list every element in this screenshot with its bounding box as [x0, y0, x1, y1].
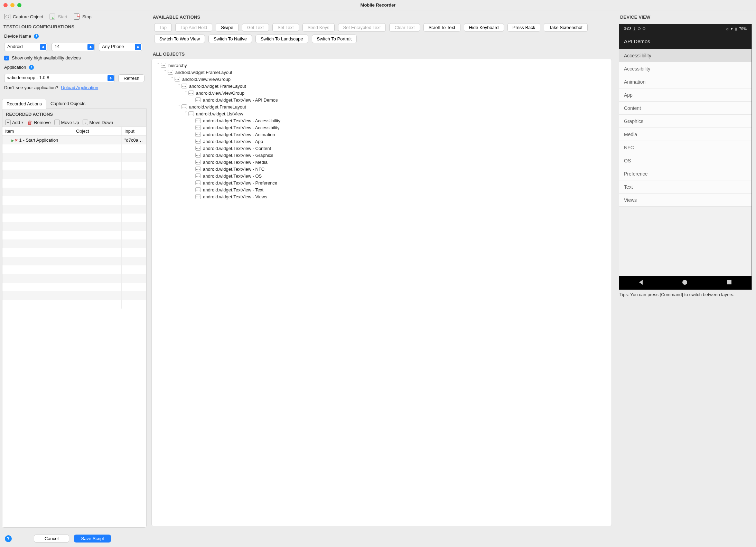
tree-node[interactable]: android.widget.TextView - Media: [154, 159, 609, 166]
chevron-down-icon[interactable]: [184, 111, 188, 116]
device-list-item[interactable]: Graphics: [619, 115, 752, 128]
save-script-button[interactable]: Save Script: [74, 535, 111, 543]
tree-node[interactable]: android.widget.TextView - Views: [154, 193, 609, 200]
move-up-button[interactable]: ↑ Move Up: [54, 120, 79, 125]
nav-home-icon[interactable]: [682, 280, 687, 286]
device-list-item[interactable]: Preference: [619, 167, 752, 180]
table-row[interactable]: [2, 231, 146, 239]
device-list-item[interactable]: Access'ibility: [619, 49, 752, 62]
device-list-item[interactable]: App: [619, 88, 752, 102]
tab-captured-objects[interactable]: Captured Objects: [46, 99, 90, 109]
device-screen[interactable]: 3:03 ᛣ i ⌀ ▾ ▯ 79% API Demos Access'ibil…: [619, 24, 752, 290]
table-row[interactable]: [2, 153, 146, 162]
version-select[interactable]: 14: [52, 43, 95, 51]
tree-node[interactable]: android.view.ViewGroup: [154, 89, 609, 96]
table-row[interactable]: [2, 257, 146, 265]
tree-node[interactable]: android.widget.TextView - Text: [154, 186, 609, 193]
tree-node[interactable]: android.view.ViewGroup: [154, 76, 609, 83]
tree-node[interactable]: android.widget.TextView - OS: [154, 172, 609, 179]
info-icon[interactable]: i: [29, 65, 34, 70]
cancel-button[interactable]: Cancel: [34, 535, 69, 543]
nav-back-icon[interactable]: [639, 280, 643, 286]
tree-node[interactable]: android.widget.TextView - Animation: [154, 131, 609, 138]
action-scroll-to-text-button[interactable]: Scroll To Text: [423, 23, 460, 32]
device-list-item[interactable]: Accessibility: [619, 62, 752, 75]
table-row[interactable]: [2, 291, 146, 300]
table-row[interactable]: [2, 162, 146, 170]
tree-node[interactable]: android.widget.FrameLayout: [154, 69, 609, 76]
table-row[interactable]: [2, 274, 146, 283]
tree-node-label: android.widget.TextView - Text: [203, 187, 263, 192]
info-icon[interactable]: i: [34, 34, 39, 39]
add-button[interactable]: + Add ▾: [5, 120, 24, 125]
table-row[interactable]: [2, 144, 146, 153]
action-press-back-button[interactable]: Press Back: [507, 23, 541, 32]
chevron-down-icon[interactable]: [170, 77, 175, 82]
tree-node[interactable]: android.widget.TextView - Graphics: [154, 152, 609, 159]
tree-node[interactable]: android.widget.FrameLayout: [154, 83, 609, 89]
action-take-screenshot-button[interactable]: Take Screenshot: [544, 23, 588, 32]
device-list-item[interactable]: Views: [619, 194, 752, 207]
table-row[interactable]: ▶✕ 1 - Start Application"d7c0a71b: [2, 136, 146, 144]
table-row[interactable]: [2, 239, 146, 248]
tree-node-label: android.widget.FrameLayout: [175, 70, 232, 75]
tree-node[interactable]: android.widget.TextView - Content: [154, 145, 609, 152]
action-switch-to-web-view-button[interactable]: Switch To Web View: [154, 35, 205, 43]
table-row[interactable]: [2, 205, 146, 214]
chevron-down-icon[interactable]: [156, 63, 161, 68]
action-hide-keyboard-button[interactable]: Hide Keyboard: [464, 23, 504, 32]
move-down-label: Move Down: [90, 120, 113, 125]
device-list-item[interactable]: Content: [619, 102, 752, 115]
platform-select[interactable]: Android: [4, 43, 47, 51]
move-down-button[interactable]: ↓ Move Down: [83, 120, 113, 125]
chevron-down-icon[interactable]: [184, 91, 188, 95]
tree-node[interactable]: android.widget.TextView - API Demos: [154, 96, 609, 103]
object-tree[interactable]: hierarchyandroid.widget.FrameLayoutandro…: [151, 59, 612, 526]
refresh-button[interactable]: Refresh: [118, 74, 144, 82]
stop-button[interactable]: Stop: [73, 13, 92, 20]
tree-node[interactable]: android.widget.TextView - Access'ibility: [154, 117, 609, 124]
device-list-item[interactable]: Text: [619, 180, 752, 194]
tree-node[interactable]: android.widget.FrameLayout: [154, 103, 609, 110]
chevron-down-icon[interactable]: [163, 70, 168, 75]
table-row[interactable]: [2, 300, 146, 309]
trash-icon: 🗑: [27, 120, 32, 125]
device-list-item[interactable]: Animation: [619, 75, 752, 88]
device-list-item[interactable]: NFC: [619, 141, 752, 154]
tree-node[interactable]: android.widget.TextView - NFC: [154, 166, 609, 172]
table-row[interactable]: [2, 196, 146, 205]
remove-button[interactable]: 🗑 Remove: [27, 120, 50, 125]
tree-node[interactable]: android.widget.TextView - Accessibility: [154, 124, 609, 131]
table-row[interactable]: [2, 179, 146, 188]
action-switch-to-portrait-button[interactable]: Switch To Portrait: [312, 35, 357, 43]
tree-node[interactable]: hierarchy: [154, 62, 609, 69]
tree-node[interactable]: android.widget.TextView - Preference: [154, 179, 609, 186]
table-row[interactable]: [2, 283, 146, 291]
table-row[interactable]: [2, 265, 146, 274]
show-only-checkbox[interactable]: ✓: [4, 56, 9, 60]
tree-node[interactable]: android.widget.TextView - App: [154, 138, 609, 145]
nav-recent-icon[interactable]: [727, 280, 731, 285]
action-switch-to-landscape-button[interactable]: Switch To Landscape: [255, 35, 308, 43]
help-icon[interactable]: ?: [5, 535, 12, 542]
tab-recorded-actions[interactable]: Recorded Actions: [2, 99, 46, 109]
device-list[interactable]: Access'ibilityAccessibilityAnimationAppC…: [619, 49, 752, 276]
table-row[interactable]: [2, 214, 146, 222]
device-list-item[interactable]: OS: [619, 154, 752, 167]
phone-filter-select[interactable]: Any Phone: [99, 43, 142, 51]
device-list-item[interactable]: Media: [619, 128, 752, 141]
recorded-actions-table[interactable]: Item Object Input ▶✕ 1 - Start Applicati…: [2, 127, 146, 527]
table-row[interactable]: [2, 188, 146, 196]
table-row[interactable]: [2, 222, 146, 231]
table-row[interactable]: [2, 170, 146, 179]
action-swipe-button[interactable]: Swipe: [216, 23, 238, 32]
chevron-down-icon[interactable]: [177, 84, 181, 88]
upload-application-link[interactable]: Upload Application: [61, 85, 98, 90]
tree-node-label: android.widget.TextView - Content: [203, 146, 271, 151]
capture-object-button[interactable]: Capture Object: [3, 13, 43, 20]
tree-node[interactable]: android.widget.ListView: [154, 110, 609, 117]
table-row[interactable]: [2, 248, 146, 257]
chevron-down-icon[interactable]: [177, 104, 181, 109]
application-select[interactable]: wdiodemoapp - 1.0.8: [4, 74, 115, 82]
action-switch-to-native-button[interactable]: Switch To Native: [208, 35, 252, 43]
